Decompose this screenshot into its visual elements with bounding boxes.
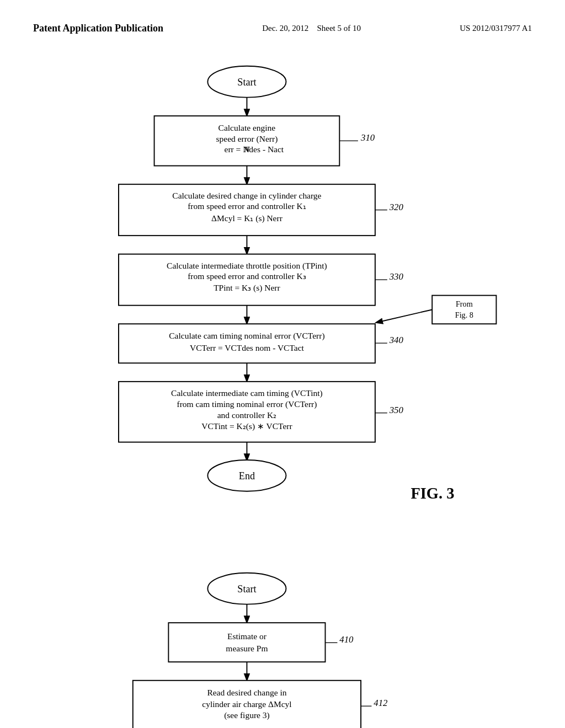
svg-line-27 [376, 310, 432, 323]
svg-text:cylinder air charge ΔMcyl: cylinder air charge ΔMcyl [202, 699, 291, 708]
svg-text:err = Ndes - Nact: err = Ndes - Nact [225, 144, 284, 154]
header-center: Dec. 20, 2012 Sheet 5 of 10 [262, 22, 361, 35]
fig3-diagram: Start Calculate engine speed error (Nerr… [33, 57, 532, 541]
page-container: Patent Application Publication Dec. 20, … [0, 0, 565, 728]
page-header: Patent Application Publication Dec. 20, … [33, 22, 532, 35]
svg-text:Calculate intermediate cam tim: Calculate intermediate cam timing (VCTin… [171, 388, 323, 398]
svg-text:Calculate intermediate throttl: Calculate intermediate throttle position… [167, 261, 327, 271]
svg-text:410: 410 [339, 634, 354, 645]
fig4-diagram: Start Estimate or measure Pm 410 Read de… [33, 564, 532, 728]
svg-text:Start: Start [237, 583, 256, 594]
svg-text:320: 320 [389, 202, 404, 212]
publication-title: Patent Application Publication [33, 22, 163, 35]
svg-rect-49 [168, 623, 325, 662]
fig3-svg: Start Calculate engine speed error (Nerr… [33, 57, 532, 541]
svg-text:from cam timing nominal error : from cam timing nominal error (VCTerr) [177, 400, 317, 410]
svg-text:Calculate desired change in cy: Calculate desired change in cylinder cha… [172, 191, 321, 200]
svg-text:VCTint = K₂(s) ∗ VCTerr: VCTint = K₂(s) ∗ VCTerr [201, 422, 292, 432]
svg-text:Calculate engine: Calculate engine [218, 124, 276, 133]
svg-text:Fig. 8: Fig. 8 [455, 311, 473, 319]
patent-number: US 2012/0317977 A1 [460, 22, 532, 35]
svg-text:End: End [239, 470, 255, 481]
svg-text:350: 350 [389, 405, 404, 415]
svg-text:Start: Start [237, 77, 256, 88]
svg-text:and controller K₂: and controller K₂ [217, 410, 276, 420]
svg-text:Estimate or: Estimate or [227, 631, 267, 640]
sheet-info: Sheet 5 of 10 [317, 24, 361, 33]
svg-text:(see figure 3): (see figure 3) [224, 710, 270, 720]
svg-text:From: From [456, 300, 473, 309]
svg-text:FIG. 3: FIG. 3 [411, 485, 454, 502]
svg-text:measure Pm: measure Pm [226, 643, 268, 652]
svg-text:VCTerr = VCTdes nom - VCTact: VCTerr = VCTdes nom - VCTact [190, 344, 305, 353]
svg-text:ΔMcyl = K₁ (s) Nerr: ΔMcyl = K₁ (s) Nerr [211, 214, 283, 224]
svg-text:Calculate cam timing nominal e: Calculate cam timing nominal error (VCTe… [169, 331, 324, 341]
svg-text:330: 330 [389, 272, 404, 282]
svg-text:Read desired change in: Read desired change in [207, 687, 286, 697]
svg-text:from speed error and controlle: from speed error and controller K₃ [188, 271, 306, 281]
fig4-svg: Start Estimate or measure Pm 410 Read de… [33, 564, 532, 728]
svg-text:speed error (Nerr): speed error (Nerr) [216, 134, 278, 144]
svg-text:340: 340 [389, 335, 404, 346]
svg-text:310: 310 [360, 133, 375, 143]
publication-date: Dec. 20, 2012 [262, 24, 308, 33]
svg-text:from speed error and controlle: from speed error and controller K₁ [188, 202, 306, 211]
svg-text:412: 412 [374, 698, 388, 708]
svg-text:TPint = K₃ (s) Nerr: TPint = K₃ (s) Nerr [214, 283, 280, 293]
